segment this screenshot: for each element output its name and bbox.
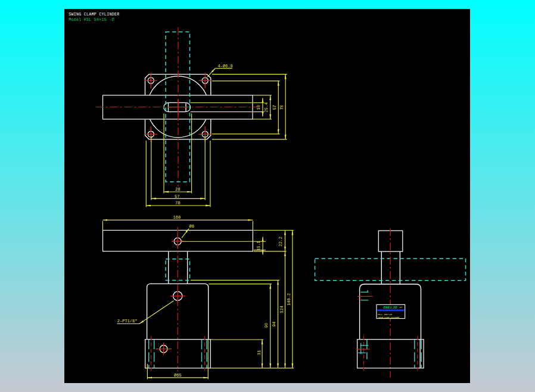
svg-text:Model HSL 50×15 -D: Model HSL 50×15 -D [69,17,114,22]
svg-text:70: 70 [279,105,284,110]
svg-text:146.2: 146.2 [287,293,291,306]
svg-text:SWING CLAMP CYLINDER: SWING CLAMP CYLINDER [378,316,399,319]
svg-text:25.4: 25.4 [264,102,269,113]
svg-text:15°: 15° [399,306,403,309]
svg-text:SWING CLAMP CYLINDER: SWING CLAMP CYLINDER [69,12,119,17]
svg-text:94: 94 [272,322,276,326]
svg-text:57: 57 [272,105,277,110]
svg-text:10: 10 [256,105,261,110]
svg-text:Ø65: Ø65 [174,373,182,378]
svg-text:160: 160 [173,215,181,220]
svg-text:22.2: 22.2 [278,237,283,247]
svg-text:70: 70 [175,201,180,206]
svg-text:28: 28 [175,187,180,192]
svg-text:124: 124 [279,306,284,313]
svg-text:Ø8: Ø8 [189,224,194,229]
svg-text:31: 31 [257,350,262,355]
svg-text:11.1: 11.1 [257,241,261,251]
svg-text:HSL 50×15: HSL 50×15 [378,313,392,316]
svg-text:57: 57 [175,194,179,199]
svg-text:90: 90 [264,323,269,328]
svg-text:OHELJO: OHELJO [383,306,397,310]
svg-text:2-PT1/8″: 2-PT1/8″ [117,319,138,323]
